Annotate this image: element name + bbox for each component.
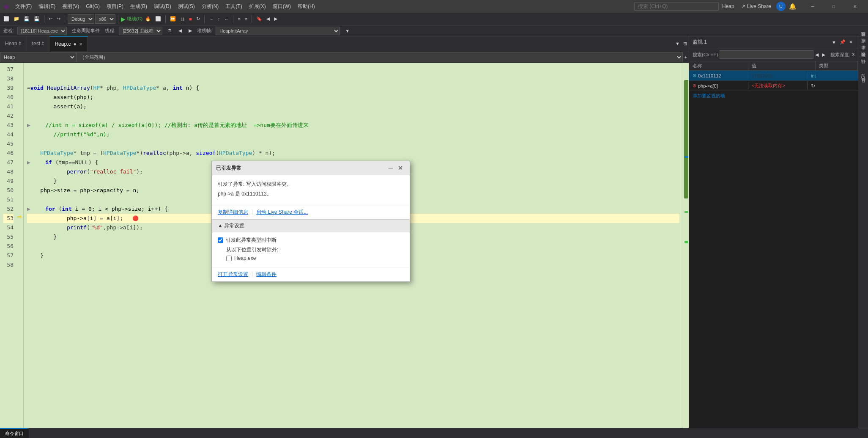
refresh-icon[interactable]: ↻ bbox=[811, 83, 815, 89]
minimize-button[interactable]: ─ bbox=[803, 0, 822, 13]
dialog-close-button[interactable]: ✕ bbox=[395, 164, 405, 172]
menu-test[interactable]: 测试(S) bbox=[175, 1, 198, 12]
prev-bookmark-button[interactable]: ◀ bbox=[265, 14, 271, 24]
dialog-body-line1: 引发了异常: 写入访问权限冲突。 bbox=[218, 180, 404, 188]
copy-details-link[interactable]: 复制详细信息 bbox=[218, 209, 248, 216]
side-tab-git[interactable]: Git bbox=[859, 70, 867, 83]
live-share-button[interactable]: ↗ Live Share bbox=[741, 3, 771, 9]
search-prev-button[interactable]: ◀ bbox=[813, 50, 820, 59]
save-button[interactable]: 💾 bbox=[22, 14, 31, 24]
side-tab-output[interactable]: 输出 bbox=[859, 50, 868, 57]
global-search-input[interactable] bbox=[634, 2, 719, 11]
stop-button[interactable]: ■ bbox=[187, 14, 194, 24]
close-button[interactable]: ✕ bbox=[845, 0, 865, 13]
scope-dropdown[interactable]: （全局范围） bbox=[76, 52, 683, 62]
new-project-button[interactable]: ⬜ bbox=[2, 14, 11, 24]
search-next-button[interactable]: ▶ bbox=[820, 50, 827, 59]
filter-button[interactable]: ⚗ bbox=[166, 26, 173, 36]
expand-editor-button[interactable]: + bbox=[683, 52, 689, 62]
fire-icon-button[interactable]: 🔥 bbox=[143, 14, 153, 24]
menu-git[interactable]: Git(G) bbox=[82, 2, 103, 11]
dialog-minimize-button[interactable]: ─ bbox=[386, 164, 395, 172]
add-watch-row[interactable]: 添加要监视的项 bbox=[689, 91, 858, 101]
title-bar: ◈ 文件(F) 编辑(E) 视图(V) Git(G) 项目(P) 生成(B) 调… bbox=[0, 0, 868, 13]
redo-button[interactable]: ↪ bbox=[55, 14, 62, 24]
persona-icon[interactable]: U bbox=[776, 2, 786, 11]
break-on-exception-checkbox[interactable] bbox=[218, 237, 223, 243]
exception-dialog: 已引发异常 ─ ✕ 引发了异常: 写入访问权限冲突。 php->a 是 0x11… bbox=[211, 161, 410, 282]
step-back-button[interactable]: ← bbox=[222, 14, 230, 24]
side-tab-breakpoints[interactable]: 断点 bbox=[859, 43, 868, 50]
stack-dropdown[interactable]: HeapInitArray bbox=[216, 27, 340, 35]
step-over-button[interactable]: ⏩ bbox=[168, 14, 178, 24]
open-exception-settings-link[interactable]: 打开异常设置 bbox=[218, 271, 248, 278]
line-error-indicator: 🔴 bbox=[132, 214, 139, 223]
scroll-thumb[interactable] bbox=[684, 80, 688, 198]
side-tab-errors[interactable]: 错误列表 bbox=[859, 57, 868, 63]
watch-dropdown-button[interactable]: ▼ bbox=[830, 38, 838, 47]
menu-help[interactable]: 帮助(H) bbox=[294, 1, 318, 12]
maximize-button[interactable]: □ bbox=[824, 0, 843, 13]
thread-dropdown[interactable]: [25632] 主线程 bbox=[119, 27, 162, 35]
menu-view[interactable]: 视图(V) bbox=[59, 1, 82, 12]
menu-edit[interactable]: 编辑(E) bbox=[35, 1, 59, 12]
debug-config-dropdown[interactable]: Debug bbox=[68, 14, 94, 24]
tab-list-button[interactable]: ▼ bbox=[674, 39, 682, 48]
toolbar-more-1[interactable]: ≡ bbox=[236, 14, 242, 24]
watch-close-button[interactable]: ✕ bbox=[847, 38, 854, 47]
restart-button[interactable]: ↻ bbox=[194, 14, 202, 24]
watch-title: 监视 1 bbox=[693, 39, 830, 46]
next-bookmark-button[interactable]: ▶ bbox=[272, 14, 279, 24]
side-tab-callstack[interactable]: 调用堆栈 bbox=[859, 36, 868, 43]
code-line-45 bbox=[27, 139, 679, 149]
prev-frame-button[interactable]: ◀ bbox=[177, 26, 183, 36]
side-tab-code[interactable]: 代码 bbox=[859, 63, 868, 70]
side-tab-target[interactable]: 目标 bbox=[859, 83, 868, 89]
code-line-46: HPDataType* tmp = (HPDataType*)realloc(p… bbox=[27, 149, 679, 158]
liveshare-link[interactable]: 启动 Live Share 会话... bbox=[256, 209, 308, 216]
watch-row-1[interactable]: ⊗ php->a[0] <无法读取内存> ↻ bbox=[689, 81, 858, 91]
file-scope-dropdown[interactable]: Heap bbox=[0, 52, 76, 62]
tab-heap-c[interactable]: Heap.c ● ✕ bbox=[49, 36, 88, 51]
continue-button[interactable]: ▶ 继续(C) bbox=[121, 16, 142, 22]
watch-row-0[interactable]: ⊙ 0x1110112 17891602 int bbox=[689, 71, 858, 81]
pause-button[interactable]: ⏸ bbox=[178, 14, 186, 24]
depth-label: 搜索深度: bbox=[830, 52, 850, 58]
dialog-title-text: 已引发异常 bbox=[216, 165, 241, 172]
heap-exe-checkbox[interactable] bbox=[226, 256, 232, 261]
save-all-button[interactable]: 💾 bbox=[32, 14, 41, 24]
menu-project[interactable]: 项目(P) bbox=[103, 1, 127, 12]
tab-close-button[interactable]: ✕ bbox=[79, 42, 82, 47]
notification-icon[interactable]: 🔔 bbox=[789, 3, 796, 10]
tab-test-c[interactable]: test.c bbox=[27, 36, 50, 51]
code-line-40: assert(php); bbox=[27, 93, 679, 102]
editor-scrollbar[interactable] bbox=[683, 63, 689, 428]
continue-icon: ▶ bbox=[121, 16, 126, 22]
watch-pin-button[interactable]: 📌 bbox=[838, 38, 847, 47]
toolbar-more-2[interactable]: ≡ bbox=[243, 14, 249, 24]
exception-settings-header[interactable]: ▲ 异常设置 bbox=[212, 219, 410, 232]
undo-button[interactable]: ↩ bbox=[47, 14, 54, 24]
split-editor-button[interactable]: ⊞ bbox=[682, 39, 689, 48]
perf-button[interactable]: ⬜ bbox=[153, 14, 163, 24]
menu-file[interactable]: 文件(F) bbox=[12, 1, 35, 12]
lifecycle-button[interactable]: 生命周期事件 bbox=[70, 26, 101, 36]
step-into-button[interactable]: → bbox=[207, 14, 215, 24]
open-button[interactable]: 📁 bbox=[12, 14, 21, 24]
watch-search-input[interactable] bbox=[720, 50, 813, 59]
menu-build[interactable]: 生成(B) bbox=[127, 1, 151, 12]
expand-stack-button[interactable]: ▼ bbox=[343, 26, 351, 36]
bookmark-button[interactable]: 🔖 bbox=[255, 14, 264, 24]
command-window-tab[interactable]: 命令窗口 bbox=[0, 428, 29, 438]
menu-tools[interactable]: 工具(T) bbox=[222, 1, 245, 12]
tab-heap-h[interactable]: Heap.h bbox=[0, 36, 27, 51]
step-out-button[interactable]: ↑ bbox=[216, 14, 222, 24]
menu-window[interactable]: 窗口(W) bbox=[269, 1, 294, 12]
menu-extensions[interactable]: 扩展(X) bbox=[246, 1, 269, 12]
next-frame-button[interactable]: ▶ bbox=[187, 26, 194, 36]
process-dropdown[interactable]: [18116] Heap.exe bbox=[17, 27, 67, 35]
menu-debug[interactable]: 调试(D) bbox=[151, 1, 175, 12]
platform-dropdown[interactable]: x86 bbox=[95, 14, 115, 24]
edit-conditions-link[interactable]: 编辑条件 bbox=[256, 271, 277, 278]
menu-analysis[interactable]: 分析(N) bbox=[198, 1, 222, 12]
